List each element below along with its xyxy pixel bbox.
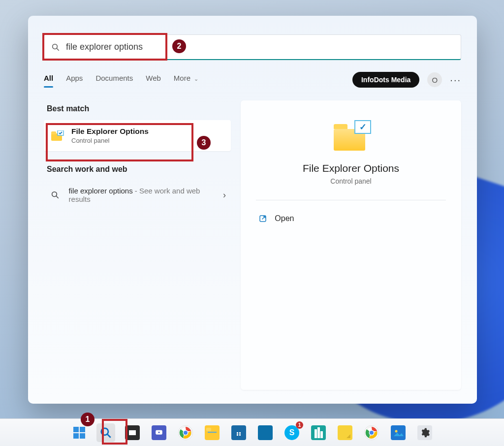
best-match-subtitle: Control panel xyxy=(71,137,149,144)
svg-rect-22 xyxy=(206,430,218,438)
search-tabs: All Apps Documents Web More ⌄ InfoDots M… xyxy=(44,72,461,88)
web-result-item[interactable]: file explorer options - See work and web… xyxy=(44,181,231,209)
search-row xyxy=(44,34,461,60)
taskbar-chat-button[interactable] xyxy=(150,423,168,442)
svg-rect-8 xyxy=(73,427,79,432)
svg-point-41 xyxy=(370,431,374,435)
svg-rect-26 xyxy=(237,429,241,431)
notification-badge: 1 xyxy=(296,421,303,429)
taskbar-explorer-button[interactable] xyxy=(203,423,221,442)
preview-app-icon: ✓ xyxy=(334,123,368,151)
result-preview-pane: ✓ File Explorer Options Control panel Op… xyxy=(241,100,461,390)
chevron-right-icon: › xyxy=(223,190,226,200)
taskbar-notes-button[interactable] xyxy=(336,423,354,442)
svg-point-5 xyxy=(52,192,57,197)
svg-rect-25 xyxy=(235,431,243,437)
preview-title: File Explorer Options xyxy=(303,162,399,174)
folder-options-icon xyxy=(51,130,64,141)
svg-rect-11 xyxy=(80,433,85,439)
svg-point-21 xyxy=(184,431,188,435)
svg-rect-35 xyxy=(320,431,323,438)
svg-line-13 xyxy=(107,434,111,438)
more-options-button[interactable]: ··· xyxy=(450,74,461,86)
tab-web[interactable]: Web xyxy=(146,74,161,86)
preview-subtitle: Control panel xyxy=(330,177,371,185)
annotation-badge-1: 1 xyxy=(81,413,94,426)
taskbar-chrome-button-2[interactable] xyxy=(362,423,381,442)
svg-rect-29 xyxy=(237,434,238,436)
svg-rect-24 xyxy=(208,432,217,433)
svg-line-1 xyxy=(57,48,59,51)
web-result-text: file explorer options - See work and web… xyxy=(69,187,216,203)
svg-rect-9 xyxy=(80,427,85,432)
chevron-down-icon: ⌄ xyxy=(194,76,198,82)
svg-point-43 xyxy=(395,430,398,432)
taskbar-taskview-button[interactable] xyxy=(123,423,142,442)
section-best-match: Best match xyxy=(47,104,228,113)
taskbar-settings-button[interactable] xyxy=(415,423,434,442)
svg-point-17 xyxy=(158,431,160,433)
tab-documents[interactable]: Documents xyxy=(95,74,133,86)
sticky-notes-icon xyxy=(338,425,352,440)
taskbar-photos-button[interactable] xyxy=(389,423,408,442)
search-input[interactable] xyxy=(66,42,454,52)
taskbar: S 1 xyxy=(0,418,504,446)
taskbar-building-app-button[interactable] xyxy=(309,423,328,442)
microsoft-store-icon xyxy=(231,425,246,440)
building-icon xyxy=(311,425,326,440)
open-label: Open xyxy=(275,214,294,223)
best-match-title: File Explorer Options xyxy=(71,127,149,136)
tab-more-label: More xyxy=(174,74,190,82)
web-result-query: file explorer options xyxy=(69,187,133,195)
section-work-web: Search work and web xyxy=(47,165,228,174)
tab-more[interactable]: More ⌄ xyxy=(174,74,198,86)
account-pill[interactable]: InfoDots Media xyxy=(352,72,419,88)
svg-rect-23 xyxy=(206,428,211,431)
gear-icon xyxy=(417,425,432,440)
taskbar-search-button[interactable] xyxy=(96,423,115,442)
task-view-icon xyxy=(125,425,140,440)
svg-rect-10 xyxy=(73,433,79,439)
chrome-icon xyxy=(364,425,379,440)
taskbar-store-button[interactable] xyxy=(229,423,248,442)
monitor-icon xyxy=(258,425,273,440)
file-explorer-icon xyxy=(205,425,220,440)
photos-icon xyxy=(391,425,406,440)
taskbar-monitor-button[interactable] xyxy=(256,423,275,442)
search-icon xyxy=(98,425,113,440)
search-input-wrapper[interactable] xyxy=(44,34,461,60)
divider xyxy=(256,200,445,200)
annotation-badge-3: 3 xyxy=(197,136,211,150)
svg-rect-33 xyxy=(315,429,317,438)
svg-rect-30 xyxy=(239,434,241,436)
svg-rect-28 xyxy=(239,432,241,434)
windows-logo-icon xyxy=(72,425,87,440)
chat-icon xyxy=(152,425,166,440)
svg-rect-31 xyxy=(260,428,271,435)
taskbar-skype-button[interactable]: S 1 xyxy=(283,423,301,442)
chrome-icon xyxy=(178,425,193,440)
search-icon xyxy=(51,43,60,52)
start-search-panel: All Apps Documents Web More ⌄ InfoDots M… xyxy=(28,16,477,404)
search-icon xyxy=(49,191,62,199)
open-action[interactable]: Open xyxy=(256,209,445,228)
svg-rect-34 xyxy=(317,427,320,438)
tab-apps[interactable]: Apps xyxy=(66,74,83,86)
svg-rect-15 xyxy=(129,430,136,435)
svg-rect-3 xyxy=(51,131,56,134)
annotation-badge-2: 2 xyxy=(172,39,186,53)
account-avatar[interactable]: O xyxy=(427,72,442,87)
svg-point-12 xyxy=(101,428,108,435)
open-icon xyxy=(258,214,268,223)
svg-point-0 xyxy=(53,44,58,49)
svg-line-6 xyxy=(57,196,59,198)
tab-all[interactable]: All xyxy=(44,74,53,86)
svg-rect-27 xyxy=(237,432,238,434)
taskbar-chrome-button[interactable] xyxy=(176,423,195,442)
svg-rect-32 xyxy=(264,435,267,437)
